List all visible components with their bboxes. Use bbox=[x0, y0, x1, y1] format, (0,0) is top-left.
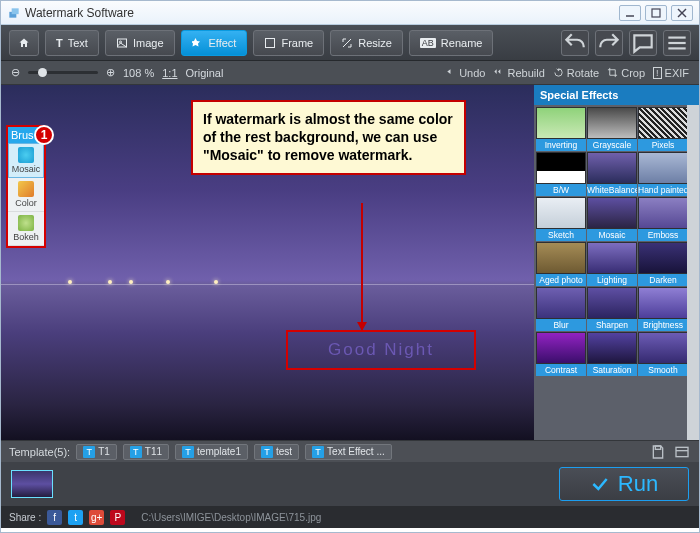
effect-label: Blur bbox=[536, 319, 586, 331]
effect-label: Brightness bbox=[638, 319, 687, 331]
menu-button[interactable] bbox=[663, 30, 691, 56]
minimize-button[interactable] bbox=[619, 5, 641, 21]
template-chip[interactable]: Ttest bbox=[254, 444, 299, 460]
effect-b/w[interactable]: B/W bbox=[536, 152, 586, 196]
effects-panel-header: Special Effects bbox=[534, 85, 699, 105]
maximize-button[interactable] bbox=[645, 5, 667, 21]
zoom-in-icon[interactable]: ⊕ bbox=[106, 66, 115, 79]
svg-rect-13 bbox=[676, 447, 688, 456]
feedback-button[interactable] bbox=[629, 30, 657, 56]
effect-thumb bbox=[536, 332, 586, 364]
template-icon: T bbox=[182, 446, 194, 458]
rebuild-button[interactable]: Rebuild bbox=[493, 67, 544, 79]
image-tab[interactable]: Image bbox=[105, 30, 175, 56]
svg-rect-12 bbox=[655, 446, 660, 449]
crop-button[interactable]: Crop bbox=[607, 67, 645, 79]
selected-template-thumb[interactable] bbox=[11, 470, 53, 498]
template-icon: T bbox=[261, 446, 273, 458]
effects-scrollbar[interactable] bbox=[687, 105, 699, 440]
effect-label: Hand painted bbox=[638, 184, 687, 196]
window-title: Watermark Software bbox=[25, 6, 134, 20]
effect-thumb bbox=[587, 287, 637, 319]
resize-tab[interactable]: Resize bbox=[330, 30, 403, 56]
brush-mosaic-button[interactable]: Mosaic bbox=[8, 143, 44, 178]
effect-emboss[interactable]: Emboss bbox=[638, 197, 687, 241]
svg-rect-3 bbox=[652, 9, 660, 17]
effect-brightness[interactable]: Brightness bbox=[638, 287, 687, 331]
brush-color-button[interactable]: Color bbox=[8, 178, 44, 212]
rotate-button[interactable]: Rotate bbox=[553, 67, 599, 79]
effects-panel: Special Effects InvertingGrayscalePixels… bbox=[534, 85, 699, 440]
watermark-text: Good Night bbox=[328, 340, 434, 360]
zoom-slider[interactable] bbox=[28, 71, 98, 74]
exif-button[interactable]: !EXIF bbox=[653, 67, 689, 79]
effect-aged-photo[interactable]: Aged photo bbox=[536, 242, 586, 286]
effect-hand-painted[interactable]: Hand painted bbox=[638, 152, 687, 196]
brush-panel: Brus 1 Mosaic Color Bokeh bbox=[6, 125, 46, 248]
twitter-icon[interactable]: t bbox=[68, 510, 83, 525]
pinterest-icon[interactable]: P bbox=[110, 510, 125, 525]
effect-smooth[interactable]: Smooth bbox=[638, 332, 687, 376]
effect-thumb bbox=[587, 332, 637, 364]
effect-thumb bbox=[638, 242, 687, 274]
effect-saturation[interactable]: Saturation bbox=[587, 332, 637, 376]
pencil-icon bbox=[18, 181, 34, 197]
template-chip[interactable]: TT11 bbox=[123, 444, 169, 460]
effect-thumb bbox=[638, 332, 687, 364]
effect-label: Emboss bbox=[638, 229, 687, 241]
run-strip: Run bbox=[1, 462, 699, 506]
canvas[interactable]: Good Night If watermark is almost the sa… bbox=[1, 85, 534, 440]
effect-thumb bbox=[587, 242, 637, 274]
effect-sketch[interactable]: Sketch bbox=[536, 197, 586, 241]
home-button[interactable] bbox=[9, 30, 39, 56]
run-button[interactable]: Run bbox=[559, 467, 689, 501]
window-titlebar: Watermark Software bbox=[1, 1, 699, 25]
effect-thumb bbox=[638, 107, 687, 139]
effect-label: Aged photo bbox=[536, 274, 586, 286]
bokeh-icon bbox=[18, 215, 34, 231]
effect-darken[interactable]: Darken bbox=[638, 242, 687, 286]
close-button[interactable] bbox=[671, 5, 693, 21]
zoom-ratio[interactable]: 1:1 bbox=[162, 67, 177, 79]
effect-thumb bbox=[536, 242, 586, 274]
undo-button[interactable]: Undo bbox=[445, 67, 485, 79]
rename-tab[interactable]: ABRename bbox=[409, 30, 494, 56]
share-bar: Share : f t g+ P C:\Users\IMIGE\Desktop\… bbox=[1, 506, 699, 528]
share-label: Share : bbox=[9, 512, 41, 523]
template-icon: T bbox=[312, 446, 324, 458]
template-icon: T bbox=[83, 446, 95, 458]
effect-label: Saturation bbox=[587, 364, 637, 376]
facebook-icon[interactable]: f bbox=[47, 510, 62, 525]
mosaic-icon bbox=[18, 147, 34, 163]
watermark-selection-box: Good Night bbox=[286, 330, 476, 370]
frame-tab[interactable]: Frame bbox=[253, 30, 324, 56]
effect-label: Sketch bbox=[536, 229, 586, 241]
save-template-icon[interactable] bbox=[649, 444, 667, 460]
effect-pixels[interactable]: Pixels bbox=[638, 107, 687, 151]
effect-mosaic[interactable]: Mosaic bbox=[587, 197, 637, 241]
template-chip[interactable]: TText Effect ... bbox=[305, 444, 392, 460]
zoom-original[interactable]: Original bbox=[186, 67, 224, 79]
effect-sharpen[interactable]: Sharpen bbox=[587, 287, 637, 331]
text-tab[interactable]: TText bbox=[45, 30, 99, 56]
effect-whitebalance[interactable]: WhiteBalance bbox=[587, 152, 637, 196]
manage-template-icon[interactable] bbox=[673, 444, 691, 460]
googleplus-icon[interactable]: g+ bbox=[89, 510, 104, 525]
history-redo-button[interactable] bbox=[595, 30, 623, 56]
main-toolbar: TText Image Effect Frame Resize ABRename bbox=[1, 25, 699, 61]
effect-lighting[interactable]: Lighting bbox=[587, 242, 637, 286]
effect-tab[interactable]: Effect bbox=[181, 30, 248, 56]
template-chip[interactable]: Ttemplate1 bbox=[175, 444, 248, 460]
effect-label: WhiteBalance bbox=[587, 184, 637, 196]
zoom-percent: 108 % bbox=[123, 67, 154, 79]
effect-grayscale[interactable]: Grayscale bbox=[587, 107, 637, 151]
zoom-out-icon[interactable]: ⊖ bbox=[11, 66, 20, 79]
effect-inverting[interactable]: Inverting bbox=[536, 107, 586, 151]
template-chip[interactable]: TT1 bbox=[76, 444, 117, 460]
effect-contrast[interactable]: Contrast bbox=[536, 332, 586, 376]
history-undo-button[interactable] bbox=[561, 30, 589, 56]
brush-bokeh-button[interactable]: Bokeh bbox=[8, 212, 44, 246]
effect-blur[interactable]: Blur bbox=[536, 287, 586, 331]
effect-thumb bbox=[536, 197, 586, 229]
step-badge-1: 1 bbox=[34, 125, 54, 145]
